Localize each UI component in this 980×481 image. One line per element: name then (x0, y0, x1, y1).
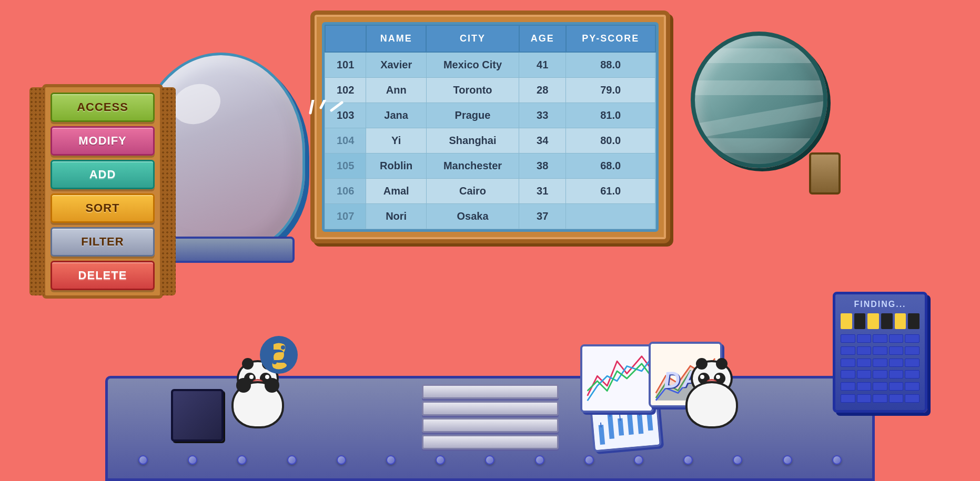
python-logo (258, 334, 300, 376)
svg-line-13 (620, 414, 620, 421)
key (857, 346, 872, 355)
cell-age: 38 (519, 153, 566, 179)
cell-age: 37 (519, 204, 566, 229)
cell-name: Roblin (366, 153, 427, 179)
conveyor-dot (337, 455, 346, 465)
scene: ACCESS MODIFY ADD SORT FILTER DELETE NA (0, 0, 980, 481)
col-header-id (325, 25, 366, 52)
panda-right (680, 360, 743, 434)
conveyor-dot (237, 455, 247, 465)
key (873, 382, 887, 391)
finding-keyboard (841, 334, 920, 405)
cell-name: Xavier (366, 52, 427, 78)
stripe (854, 313, 866, 329)
cell-city: Shanghai (426, 128, 519, 153)
cell-city: Osaka (426, 204, 519, 229)
cell-id: 101 (325, 52, 366, 78)
key (889, 394, 904, 403)
cell-age: 28 (519, 78, 566, 103)
cell-id: 107 (325, 204, 366, 229)
cell-age: 34 (519, 128, 566, 153)
key (889, 359, 904, 367)
conveyor-dot (733, 455, 742, 465)
conveyor-dot (634, 455, 643, 465)
panda-ear (716, 358, 728, 370)
cpu-chip (171, 389, 224, 442)
table-row: 106 Amal Cairo 31 61.0 (325, 179, 655, 204)
conveyor-dot (683, 455, 693, 465)
drive (422, 418, 559, 433)
cell-score: 68.0 (566, 153, 655, 179)
globe (691, 32, 827, 168)
svg-point-22 (281, 345, 285, 350)
stripe (908, 313, 920, 329)
sort-button[interactable]: SORT (50, 193, 155, 223)
table-row: 105 Roblin Manchester 38 68.0 (325, 153, 655, 179)
key (857, 359, 872, 367)
finding-stripes (841, 313, 920, 329)
key (873, 370, 887, 378)
key (905, 346, 920, 355)
cell-score: 79.0 (566, 78, 655, 103)
drive (422, 435, 559, 449)
modify-button[interactable]: MODIFY (50, 126, 155, 156)
key (889, 382, 904, 391)
access-button[interactable]: ACCESS (50, 93, 155, 122)
chart-card-1 (580, 344, 654, 413)
table-row: 104 Yi Shanghai 34 80.0 (325, 128, 655, 153)
key (905, 394, 920, 403)
cell-city: Toronto (426, 78, 519, 103)
key (841, 370, 855, 378)
conveyor-dot (436, 455, 445, 465)
add-button[interactable]: ADD (50, 160, 155, 189)
cell-city: Cairo (426, 179, 519, 204)
cell-id: 105 (325, 153, 366, 179)
chart-svg-1 (582, 346, 652, 411)
conveyor-dot (138, 455, 148, 465)
cell-id: 102 (325, 78, 366, 103)
key (857, 334, 872, 343)
table-row: 101 Xavier Mexico City 41 88.0 (325, 52, 655, 78)
key (889, 334, 904, 343)
svg-point-23 (272, 360, 277, 364)
key (905, 334, 920, 343)
conveyor-dot (535, 455, 544, 465)
conveyor-dots (108, 452, 872, 468)
stripe (867, 313, 879, 329)
cell-age: 31 (519, 179, 566, 204)
delete-button[interactable]: DELETE (50, 261, 155, 290)
table-row: 102 Ann Toronto 28 79.0 (325, 78, 655, 103)
filter-button[interactable]: FILTER (50, 227, 155, 257)
panda-ear (696, 358, 708, 370)
col-header-city: CITY (426, 25, 519, 52)
key (841, 359, 855, 367)
cell-name: Amal (366, 179, 427, 204)
table-row: 107 Nori Osaka 37 (325, 204, 655, 229)
python-icon (258, 334, 300, 376)
key (873, 394, 887, 403)
cell-age: 41 (519, 52, 566, 78)
conveyor-dot (188, 455, 197, 465)
cell-id: 106 (325, 179, 366, 204)
key (857, 382, 872, 391)
data-table: NAME CITY AGE PY-SCORE 101 Xavier Mexico… (325, 25, 656, 229)
drive (422, 401, 559, 416)
cell-name: Nori (366, 204, 427, 229)
cell-id: 104 (325, 128, 366, 153)
panda-ear (242, 358, 254, 370)
conveyor-dot (832, 455, 842, 465)
cell-city: Mexico City (426, 52, 519, 78)
cell-score: 61.0 (566, 179, 655, 204)
key (873, 346, 887, 355)
cell-name: Yi (366, 128, 427, 153)
cell-age: 33 (519, 103, 566, 128)
key (841, 346, 855, 355)
stripe (841, 313, 852, 329)
globe-stand (809, 152, 841, 195)
stripe (881, 313, 893, 329)
cell-city: Manchester (426, 153, 519, 179)
left-panel: ACCESS MODIFY ADD SORT FILTER DELETE (42, 84, 163, 299)
finding-label: FINDING... (854, 300, 906, 309)
cell-city: Prague (426, 103, 519, 128)
cell-name: Jana (366, 103, 427, 128)
